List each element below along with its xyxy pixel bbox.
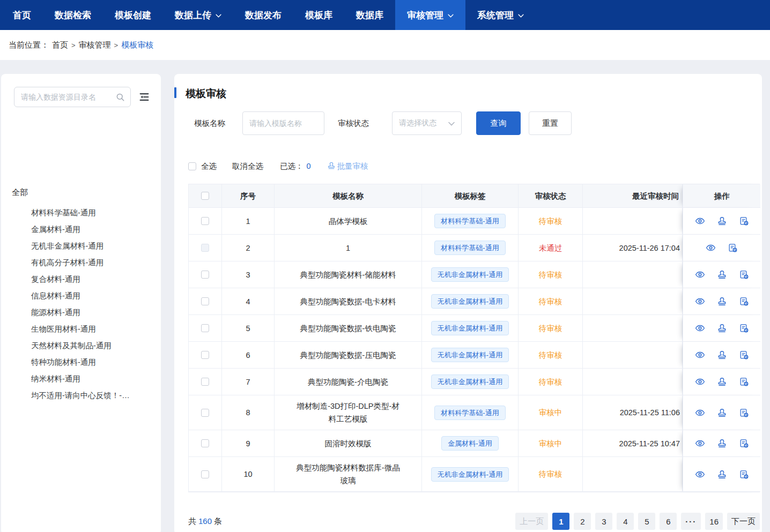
review-record-icon[interactable] — [739, 296, 749, 306]
row-checkbox[interactable] — [201, 378, 209, 386]
review-table: 序号模板名称模板标签审核状态最近审核时间操作1晶体学模板材料科学基础-通用待审核… — [188, 184, 760, 492]
tree-node[interactable]: 生物医用材料-通用 — [31, 321, 130, 338]
header-checkbox[interactable] — [201, 192, 209, 200]
breadcrumb-link[interactable]: 审核管理 — [79, 40, 111, 50]
review-record-icon[interactable] — [728, 243, 738, 253]
row-actions — [683, 369, 760, 395]
row-checkbox[interactable] — [201, 409, 209, 417]
nav-item-2[interactable]: 数据检索 — [43, 0, 103, 30]
page-button-2[interactable]: 2 — [574, 513, 591, 530]
search-button[interactable]: 查询 — [476, 111, 521, 135]
column-header: 模板名称 — [275, 184, 422, 208]
view-icon[interactable] — [695, 408, 705, 418]
page-button-3[interactable]: 3 — [595, 513, 612, 530]
view-icon[interactable] — [695, 216, 705, 226]
review-record-icon[interactable] — [739, 216, 749, 226]
chevron-down-icon — [448, 10, 454, 20]
row-index: 5 — [222, 315, 275, 342]
row-checkbox[interactable] — [201, 217, 209, 225]
catalog-search-input[interactable] — [14, 87, 130, 107]
tree-node[interactable]: 信息材料-通用 — [31, 288, 130, 304]
view-icon[interactable] — [695, 269, 705, 280]
more-pages-button[interactable]: ··· — [681, 513, 701, 530]
review-stamp-icon[interactable] — [717, 323, 727, 333]
nav-item-label: 模板创建 — [115, 9, 151, 21]
review-stamp-icon[interactable] — [717, 269, 727, 280]
row-index: 10 — [222, 457, 275, 492]
tree-node[interactable]: 材料科学基础-通用 — [31, 205, 130, 221]
review-record-icon[interactable] — [739, 408, 749, 418]
tree-node[interactable]: 纳米材料-通用 — [31, 371, 130, 387]
review-stamp-icon[interactable] — [717, 469, 727, 479]
nav-item-label: 数据发布 — [245, 9, 282, 21]
nav-item-3[interactable]: 模板创建 — [103, 0, 163, 30]
tree-node[interactable]: 天然材料及其制品-通用 — [31, 338, 130, 354]
row-checkbox[interactable] — [201, 439, 209, 447]
row-template-name: 典型功能陶瓷-介电陶瓷 — [275, 369, 422, 395]
nav-item-6[interactable]: 模板库 — [293, 0, 344, 30]
nav-item-8[interactable]: 审核管理 — [395, 0, 465, 30]
nav-item-1[interactable]: 首页 — [1, 0, 43, 30]
breadcrumb-link[interactable]: 首页 — [52, 40, 68, 50]
review-record-icon[interactable] — [739, 469, 749, 479]
tree-node[interactable]: 均不适用-请向中心反馈！-… — [31, 387, 130, 404]
review-stamp-icon[interactable] — [717, 438, 727, 448]
nav-item-9[interactable]: 系统管理 — [465, 0, 536, 30]
breadcrumb-separator: > — [71, 41, 76, 49]
review-record-icon[interactable] — [739, 269, 749, 280]
review-stamp-icon[interactable] — [717, 377, 727, 387]
page-button-4[interactable]: 4 — [617, 513, 634, 530]
batch-review-button[interactable]: 批量审核 — [327, 161, 368, 171]
select-all-checkbox[interactable] — [188, 162, 196, 170]
reset-button[interactable]: 重置 — [529, 111, 572, 135]
view-icon[interactable] — [695, 377, 705, 387]
review-record-icon[interactable] — [739, 350, 749, 360]
row-actions — [683, 395, 760, 430]
tree-node[interactable]: 有机高分子材料-通用 — [31, 254, 130, 271]
tree-node[interactable]: 无机非金属材料-通用 — [31, 238, 130, 254]
tree-node[interactable]: 金属材料-通用 — [31, 221, 130, 238]
view-icon[interactable] — [695, 296, 705, 306]
row-index: 7 — [222, 369, 275, 395]
review-record-icon[interactable] — [739, 438, 749, 448]
page-title: 模板审核 — [186, 87, 226, 101]
row-checkbox[interactable] — [201, 470, 209, 478]
review-stamp-icon[interactable] — [717, 350, 727, 360]
collapse-tree-icon[interactable] — [138, 91, 150, 103]
view-icon[interactable] — [695, 469, 705, 479]
cancel-select-all[interactable]: 取消全选 — [232, 161, 263, 171]
review-status-select[interactable]: 请选择状态 — [392, 111, 462, 135]
tree-node[interactable]: 能源材料-通用 — [31, 304, 130, 321]
row-actions — [683, 208, 760, 235]
tree-node[interactable]: 特种功能材料-通用 — [31, 354, 130, 371]
review-stamp-icon[interactable] — [717, 216, 727, 226]
review-stamp-icon[interactable] — [717, 296, 727, 306]
nav-item-5[interactable]: 数据发布 — [233, 0, 293, 30]
view-icon[interactable] — [706, 243, 716, 253]
row-tag-cell: 材料科学基础-通用 — [422, 208, 519, 235]
page-button-16[interactable]: 16 — [705, 513, 723, 530]
nav-item-4[interactable]: 数据上传 — [163, 0, 233, 30]
view-icon[interactable] — [695, 350, 705, 360]
row-checkbox-cell — [189, 369, 222, 395]
tree-node-all[interactable]: 全部 — [12, 188, 28, 198]
page-button-1[interactable]: 1 — [552, 513, 569, 530]
row-checkbox[interactable] — [201, 271, 209, 279]
row-checkbox[interactable] — [201, 324, 209, 332]
review-stamp-icon[interactable] — [717, 408, 727, 418]
template-name-input[interactable] — [243, 112, 324, 134]
select-all-label[interactable]: 全选 — [201, 161, 217, 171]
review-record-icon[interactable] — [739, 323, 749, 333]
tree-node[interactable]: 复合材料-通用 — [31, 271, 130, 288]
row-checkbox[interactable] — [201, 297, 209, 305]
page-button-6[interactable]: 6 — [660, 513, 677, 530]
review-record-icon[interactable] — [739, 377, 749, 387]
prev-page-button[interactable]: 上一页 — [515, 513, 548, 530]
view-icon[interactable] — [695, 323, 705, 333]
view-icon[interactable] — [695, 438, 705, 448]
review-status-label: 审核状态 — [338, 111, 369, 135]
page-button-5[interactable]: 5 — [638, 513, 655, 530]
nav-item-7[interactable]: 数据库 — [344, 0, 395, 30]
row-checkbox[interactable] — [201, 351, 209, 359]
next-page-button[interactable]: 下一页 — [727, 513, 760, 530]
